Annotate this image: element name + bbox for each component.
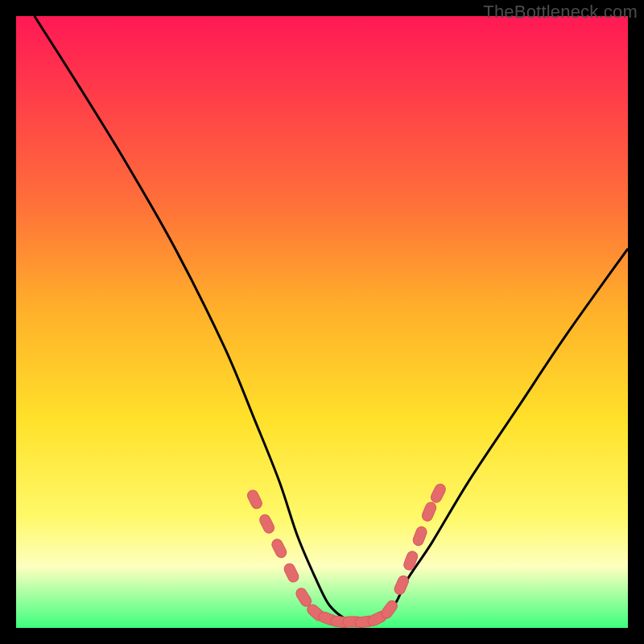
watermark-text: TheBottleneck.com <box>483 2 638 23</box>
chart-frame: TheBottleneck.com <box>0 0 644 644</box>
curve-marker <box>270 538 288 559</box>
curve-marker <box>429 482 447 504</box>
curve-marker <box>283 562 300 584</box>
curve-marker <box>420 501 437 522</box>
curve-marker <box>402 550 419 572</box>
curve-marker <box>393 574 411 596</box>
curve-marker <box>411 525 428 547</box>
plot-area <box>16 16 628 628</box>
curve-marker <box>246 489 263 510</box>
curve-marker <box>258 513 275 535</box>
curve-svg <box>16 16 628 628</box>
bottleneck-curve <box>35 16 628 622</box>
curve-markers <box>246 482 447 628</box>
